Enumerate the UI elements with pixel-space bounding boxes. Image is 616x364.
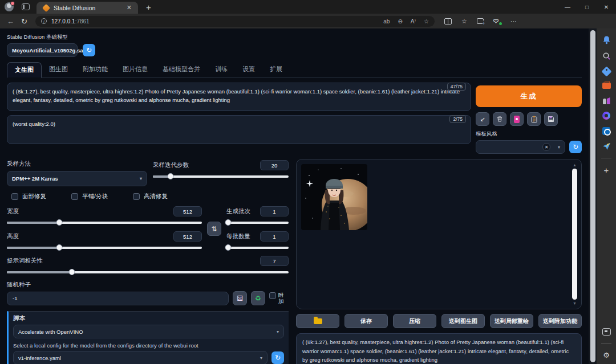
send-to-img2img-button[interactable]: 送到图生图: [441, 314, 485, 328]
batch-size-slider[interactable]: [226, 244, 289, 251]
favorite-star-icon[interactable]: ☆: [424, 18, 429, 24]
tab-img2img[interactable]: 图生图: [42, 62, 75, 77]
more-menu-icon[interactable]: ···: [510, 18, 517, 24]
batch-count-label: 生成批次: [226, 207, 250, 215]
profile-avatar[interactable]: [5, 2, 14, 11]
tools-icon[interactable]: [602, 83, 611, 89]
tab-settings[interactable]: 设置: [235, 62, 262, 77]
apply-style-button[interactable]: [527, 112, 541, 126]
maximize-button[interactable]: □: [577, 0, 597, 14]
info-prompt: ( (8k:1.27), best quality, masterpiece, …: [302, 338, 576, 364]
negative-prompt-textarea[interactable]: (worst quality:2.0): [7, 115, 471, 144]
send-to-inpaint-button[interactable]: 送到局部重绘: [490, 314, 533, 328]
outlook-icon[interactable]: [602, 127, 610, 135]
checkbox-icon: [269, 292, 276, 299]
extra-seed-checkbox[interactable]: 附加: [269, 292, 289, 305]
scroll-down-icon[interactable]: ▼: [573, 301, 577, 305]
collections-icon[interactable]: [477, 18, 484, 24]
reuse-seed-button[interactable]: ♻: [251, 291, 265, 305]
script-section: 脚本 Accelerate with OpenVINO ▾ Select a l…: [7, 311, 289, 364]
checkbox-icon: [71, 193, 78, 200]
sidebar-add-icon[interactable]: +: [604, 166, 609, 174]
back-icon[interactable]: ←: [7, 17, 14, 26]
shopping-icon[interactable]: [601, 66, 611, 76]
tiling-checkbox[interactable]: 平铺/分块: [71, 193, 108, 201]
page-scrollbar[interactable]: [589, 28, 597, 364]
drop-icon[interactable]: [602, 142, 611, 150]
extra-networks-button[interactable]: [510, 112, 524, 126]
notifications-bell-icon[interactable]: [602, 35, 611, 44]
prompt-textarea[interactable]: ( (8k:1.27), best quality, masterpiece, …: [7, 83, 471, 111]
site-info-icon[interactable]: i: [41, 18, 47, 24]
chevron-down-icon: ▾: [260, 355, 262, 361]
styles-dropdown[interactable]: ✕ ▾: [476, 140, 565, 154]
browser-essentials-icon[interactable]: [493, 18, 501, 24]
settings-icon[interactable]: ⚙: [603, 351, 610, 359]
tab-png-info[interactable]: 图片信息: [115, 62, 155, 77]
styles-refresh-button[interactable]: ↻: [569, 141, 582, 153]
cfg-scale-slider[interactable]: [7, 269, 289, 276]
clear-prompt-button[interactable]: [493, 112, 506, 126]
open-folder-button[interactable]: [296, 314, 339, 328]
send-to-extras-button[interactable]: 送到附加功能: [538, 314, 582, 328]
url-bar[interactable]: i 127.0.0.1 :7861 ab ⊖ A⁾ ☆: [35, 16, 435, 27]
steps-value[interactable]: 20: [260, 160, 289, 170]
save-button[interactable]: 保存: [345, 314, 388, 328]
generated-image[interactable]: [301, 164, 367, 230]
split-screen-icon[interactable]: [444, 18, 452, 24]
generate-button[interactable]: 生成: [476, 85, 582, 107]
batch-count-slider[interactable]: [226, 219, 289, 226]
translate-icon[interactable]: ab: [383, 18, 390, 24]
width-value[interactable]: 512: [173, 206, 202, 216]
model-dropdown[interactable]: MoyouArtificial_v10502g.sa ▾: [7, 43, 78, 57]
random-seed-button[interactable]: ⚄: [233, 291, 247, 305]
favorites-icon[interactable]: ☆: [461, 18, 467, 25]
clear-styles-icon[interactable]: ✕: [542, 143, 550, 151]
model-refresh-button[interactable]: ↻: [83, 44, 95, 56]
steps-slider[interactable]: [153, 173, 289, 180]
close-button[interactable]: ✕: [597, 0, 616, 14]
gallery-scrollbar[interactable]: ▲ ▼: [571, 163, 578, 305]
swap-dimensions-button[interactable]: ⇅: [207, 222, 221, 236]
scroll-up-icon[interactable]: ▲: [573, 163, 577, 167]
search-icon[interactable]: [602, 52, 611, 60]
cfg-scale-value[interactable]: 7: [260, 256, 289, 266]
tab-checkpoint-merger[interactable]: 基础模型合并: [155, 62, 208, 77]
height-slider[interactable]: [7, 244, 202, 251]
tab-extensions[interactable]: 扩展: [262, 62, 290, 77]
restore-faces-checkbox[interactable]: 面部修复: [11, 193, 46, 201]
tab-train[interactable]: 训练: [208, 62, 235, 77]
browser-tab[interactable]: Stable Diffusion ✕: [37, 2, 138, 14]
minimize-button[interactable]: —: [558, 0, 577, 14]
script-label: 脚本: [13, 314, 284, 322]
negative-token-counter: 2/75: [449, 115, 466, 123]
url-host: 127.0.0.1: [51, 18, 75, 24]
sidebar-customize-icon[interactable]: [602, 328, 611, 336]
config-refresh-button[interactable]: ↻: [271, 351, 284, 364]
seed-input[interactable]: -1: [7, 292, 229, 305]
save-style-button[interactable]: [544, 112, 558, 126]
copilot-icon[interactable]: [602, 112, 610, 120]
gallery-scrollbar-thumb[interactable]: [572, 169, 577, 300]
script-dropdown[interactable]: Accelerate with OpenVINO ▾: [13, 325, 284, 338]
prompt-token-counter: 47/75: [447, 83, 466, 91]
reload-icon[interactable]: ↻: [21, 17, 27, 26]
batch-size-value[interactable]: 1: [260, 231, 289, 242]
hires-fix-checkbox[interactable]: 高清修复: [133, 193, 168, 201]
games-icon[interactable]: [602, 96, 611, 104]
width-slider[interactable]: [7, 219, 202, 226]
tab-actions-icon[interactable]: [22, 3, 30, 10]
paste-params-button[interactable]: ↙: [476, 112, 489, 126]
page-scrollbar-thumb[interactable]: [590, 30, 595, 362]
tab-extras[interactable]: 附加功能: [75, 62, 115, 77]
sampler-dropdown[interactable]: DPM++ 2M Karras ▾: [7, 171, 147, 186]
zip-button[interactable]: 压缩: [393, 314, 436, 328]
batch-count-value[interactable]: 1: [260, 206, 289, 216]
read-aloud-icon[interactable]: A⁾: [411, 18, 416, 24]
zoom-out-icon[interactable]: ⊖: [398, 18, 402, 24]
new-tab-button[interactable]: +: [146, 3, 151, 11]
height-value[interactable]: 512: [173, 231, 202, 242]
tab-close-icon[interactable]: ✕: [125, 4, 133, 11]
config-dropdown[interactable]: v1-inference.yaml ▾: [13, 351, 268, 364]
tab-txt2img[interactable]: 文生图: [7, 62, 42, 78]
